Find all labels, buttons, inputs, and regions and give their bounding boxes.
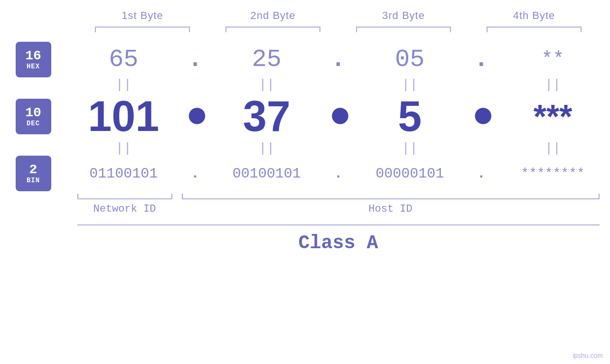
- network-bracket: [77, 194, 172, 199]
- eq-row-dec-bin: || || || ||: [66, 141, 610, 156]
- id-labels: Network ID Host ID: [77, 203, 600, 215]
- bottom-brackets: [77, 194, 600, 199]
- eq-b2-1: ||: [215, 77, 319, 92]
- hex-row: 16 HEX 65 . 25 . 05 . **: [0, 42, 610, 77]
- bin-dot-1: .: [186, 166, 205, 182]
- host-bracket: [182, 194, 600, 199]
- hex-value-b3: 05: [395, 46, 424, 74]
- host-id-label: Host ID: [182, 203, 600, 215]
- bin-row: 2 BIN 01100101 . 00100101 . 00000101 .: [0, 156, 610, 191]
- bracket-top-4: [487, 27, 582, 32]
- bin-dot-3: .: [472, 166, 491, 182]
- hex-value-b1: 65: [109, 46, 138, 74]
- byte4-header: 4th Byte: [482, 9, 586, 22]
- bin-value-b4: ********: [521, 166, 584, 181]
- dec-badge: 10 DEC: [16, 99, 51, 134]
- hex-badge-label: HEX: [27, 63, 40, 70]
- main-container: 1st Byte 2nd Byte 3rd Byte 4th Byte 16 H…: [0, 0, 610, 364]
- dec-value-b4: ***: [534, 98, 572, 135]
- byte-headers: 1st Byte 2nd Byte 3rd Byte 4th Byte: [77, 9, 600, 22]
- hex-b4: **: [501, 49, 605, 70]
- byte3-header: 3rd Byte: [351, 9, 456, 22]
- bin-badge-label: BIN: [27, 177, 40, 184]
- dec-values-wrapper: 101 ● 37 ● 5 ● ***: [66, 92, 610, 141]
- watermark: ipshu.com: [572, 352, 603, 359]
- bin-dot-2: .: [328, 166, 347, 182]
- hex-badge: 16 HEX: [16, 42, 51, 77]
- bin-b2: 00100101: [215, 166, 319, 182]
- hex-dot-2: .: [328, 46, 347, 74]
- dec-badge-label: DEC: [27, 120, 40, 127]
- dec-value-b3: 5: [398, 93, 422, 140]
- dec-row: 10 DEC 101 ● 37 ● 5 ● ***: [0, 92, 610, 141]
- dec-badge-wrapper: 10 DEC: [0, 99, 66, 134]
- bracket-top-2: [225, 27, 320, 32]
- hex-value-b2: 25: [252, 46, 282, 74]
- bin-badge-number: 2: [29, 163, 38, 177]
- dec-dot-3: ●: [472, 95, 491, 138]
- hex-badge-wrapper: 16 HEX: [0, 42, 66, 77]
- hex-b1: 65: [71, 46, 176, 74]
- dec-dot-2: ●: [328, 95, 347, 138]
- hex-dot-3: .: [472, 46, 491, 74]
- bin-b3: 00000101: [357, 166, 462, 182]
- bin-value-b3: 00000101: [375, 166, 444, 182]
- class-label: Class A: [77, 233, 600, 254]
- eq-b1-2: ||: [71, 141, 176, 156]
- bin-badge-wrapper: 2 BIN: [0, 156, 66, 191]
- top-brackets: [77, 27, 600, 32]
- dec-b2: 37: [215, 92, 319, 141]
- eq-b4-2: ||: [501, 141, 605, 156]
- eq-row-hex-dec: || || || ||: [66, 77, 610, 92]
- hex-badge-number: 16: [25, 49, 41, 63]
- dec-badge-number: 10: [25, 106, 41, 120]
- class-section: Class A: [77, 224, 600, 254]
- hex-b2: 25: [215, 46, 319, 74]
- dec-value-b1: 101: [88, 93, 159, 140]
- network-id-label: Network ID: [77, 203, 172, 215]
- eq-b1-1: ||: [71, 77, 176, 92]
- dec-value-b2: 37: [243, 93, 291, 140]
- eq-b3-1: ||: [357, 77, 462, 92]
- dec-b1: 101: [71, 92, 176, 141]
- dec-b4: ***: [501, 98, 605, 136]
- eq-b3-2: ||: [357, 141, 462, 156]
- bottom-section: Network ID Host ID: [77, 194, 600, 215]
- eq-b4-1: ||: [501, 77, 605, 92]
- bin-badge: 2 BIN: [16, 156, 51, 191]
- bracket-top-1: [95, 27, 190, 32]
- byte1-header: 1st Byte: [90, 9, 195, 22]
- dec-dot-1: ●: [186, 95, 205, 138]
- hex-dot-1: .: [186, 46, 205, 74]
- bin-b4: ********: [501, 166, 605, 181]
- bin-values-wrapper: 01100101 . 00100101 . 00000101 . *******…: [66, 166, 610, 182]
- byte2-header: 2nd Byte: [221, 9, 325, 22]
- bracket-top-3: [356, 27, 451, 32]
- bin-value-b1: 01100101: [89, 166, 158, 182]
- hex-value-b4: **: [542, 49, 564, 70]
- bin-b1: 01100101: [71, 166, 176, 182]
- hex-b3: 05: [357, 46, 462, 74]
- class-bracket-line: [77, 224, 600, 225]
- bin-value-b2: 00100101: [233, 166, 301, 182]
- dec-b3: 5: [357, 92, 462, 141]
- eq-b2-2: ||: [215, 141, 319, 156]
- hex-values-wrapper: 65 . 25 . 05 . **: [66, 46, 610, 74]
